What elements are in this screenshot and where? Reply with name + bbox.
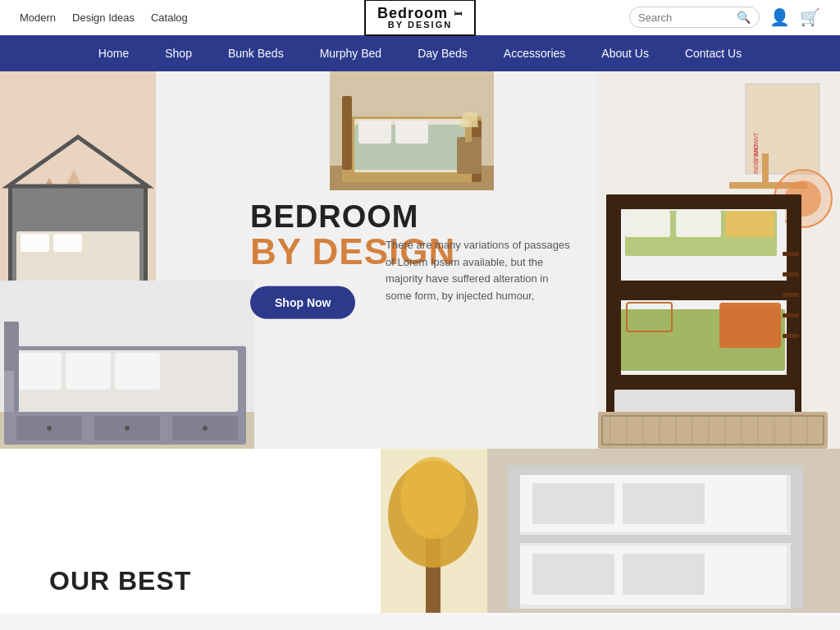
svg-rect-72 [598,412,828,449]
svg-rect-64 [787,235,795,375]
svg-rect-98 [532,483,614,524]
svg-point-24 [125,426,130,431]
svg-rect-46 [762,153,769,186]
svg-rect-55 [625,211,670,237]
account-button[interactable]: 👤 [769,7,790,27]
bottom-section: OUR BEST [0,449,840,613]
nav-murphy-bed[interactable]: Murphy Bed [302,35,399,71]
svg-rect-7 [8,186,12,293]
svg-rect-17 [16,353,62,390]
svg-rect-69 [783,334,799,338]
svg-rect-96 [508,535,803,543]
svg-rect-19 [115,353,160,390]
svg-rect-102 [623,554,705,595]
svg-rect-56 [676,211,721,237]
nav-day-beds[interactable]: Day Beds [399,35,486,71]
hero-image-bunk-bed: L'ART INDÉPENDANT [598,71,840,449]
svg-point-90 [400,457,466,539]
svg-rect-39 [465,127,472,142]
top-bar-links: Modern Design Ideas Catalog [20,11,188,24]
search-input[interactable] [638,11,737,24]
svg-rect-58 [606,290,801,300]
hero-section: L'ART INDÉPENDANT [0,71,840,449]
svg-rect-52 [606,281,801,290]
design-ideas-link[interactable]: Design Ideas [72,11,135,24]
hero-title-line1: BEDROOM [250,201,455,232]
svg-rect-8 [144,186,148,293]
hero-description: There are many variations of passages of… [386,237,574,305]
top-bar-right: 🔍 👤 🛒 [629,7,820,28]
bottom-furniture-image [381,449,840,613]
svg-rect-101 [532,554,614,595]
svg-rect-67 [783,293,799,297]
svg-rect-70 [606,375,801,390]
top-bar: Modern Design Ideas Catalog Bedroom 🛏 BY… [0,0,840,35]
svg-rect-63 [719,303,781,348]
svg-rect-68 [783,313,799,317]
cart-button[interactable]: 🛒 [800,7,820,27]
hero-image-daybed [0,281,254,449]
svg-rect-66 [783,272,799,276]
svg-rect-10 [21,234,49,252]
logo-icon-bed: 🛏 [454,9,463,17]
nav-accessories[interactable]: Accessories [486,35,583,71]
svg-rect-32 [342,96,352,170]
svg-rect-57 [725,211,774,237]
svg-rect-38 [457,137,482,174]
svg-rect-11 [53,234,82,252]
hero-image-house-bed [0,71,156,309]
nav-home[interactable]: Home [80,35,147,71]
svg-rect-36 [358,121,391,144]
svg-rect-99 [623,483,705,524]
nav-about-us[interactable]: About Us [583,35,667,71]
search-box[interactable]: 🔍 [629,7,760,28]
svg-rect-95 [508,465,803,475]
svg-rect-37 [395,121,428,144]
nav-shop[interactable]: Shop [147,35,210,71]
nav-bunk-beds[interactable]: Bunk Beds [210,35,302,71]
svg-point-25 [203,426,208,431]
svg-rect-61 [625,303,670,331]
search-button[interactable]: 🔍 [737,11,751,24]
svg-point-23 [47,426,52,431]
modern-link[interactable]: Modern [20,11,56,24]
hero-image-center-bed [330,71,494,190]
shop-now-button[interactable]: Shop Now [250,286,355,319]
our-best-label: OUR BEST [0,541,191,613]
svg-rect-65 [783,252,799,256]
logo: Bedroom 🛏 BY DESIGN [364,0,476,36]
logo-text-bydesign: BY DESIGN [388,21,452,30]
main-nav: Home Shop Bunk Beds Murphy Bed Day Beds … [0,35,840,71]
svg-rect-28 [4,371,14,412]
catalog-link[interactable]: Catalog [151,11,188,24]
svg-rect-51 [606,194,801,209]
our-best-text: OUR BEST [49,566,191,596]
svg-rect-18 [66,353,111,390]
nav-contact-us[interactable]: Contact Us [667,35,760,71]
svg-text:INDÉPENDANT: INDÉPENDANT [752,132,759,174]
logo-text-bedroom: Bedroom [377,6,448,21]
